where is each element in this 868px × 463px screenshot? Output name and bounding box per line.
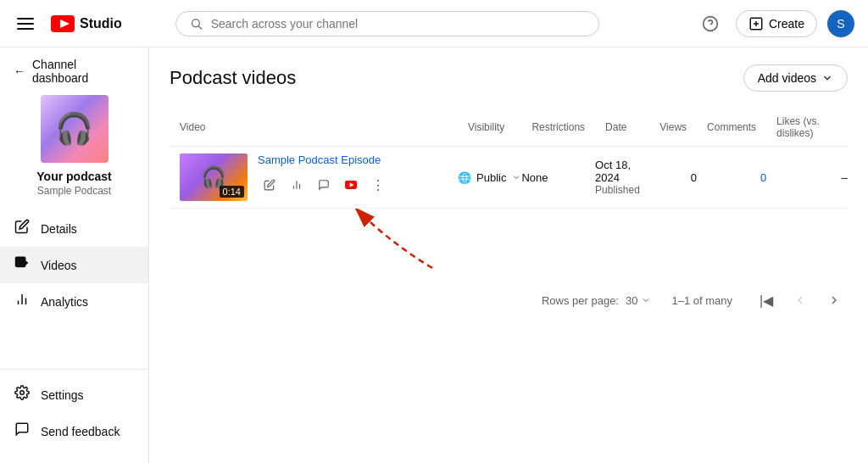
pagination-first-button[interactable]: |◀	[753, 287, 780, 314]
avatar[interactable]: S	[827, 10, 854, 37]
svg-point-2	[192, 19, 199, 26]
pagination-next-button[interactable]	[821, 287, 848, 314]
pagination-prev-button[interactable]	[787, 287, 814, 314]
th-views: Views	[649, 109, 697, 147]
comments-icon	[318, 179, 330, 191]
page-title: Podcast videos	[170, 67, 296, 89]
sidebar-bottom: Settings Send feedback	[0, 369, 148, 456]
sidebar-item-feedback[interactable]: Send feedback	[0, 413, 148, 449]
sidebar-channel-title: Channel dashboard	[32, 58, 135, 85]
search-input[interactable]	[211, 17, 585, 31]
date-text: Oct 18, 2024	[595, 159, 649, 184]
th-comments: Comments	[697, 109, 766, 147]
main-content: Podcast videos Add videos Video Vis	[149, 47, 868, 463]
logo-text: Studio	[80, 16, 122, 31]
pagination-range: 1–1 of many	[671, 294, 732, 307]
comments-button[interactable]	[312, 173, 336, 197]
sidebar-item-analytics-label: Analytics	[41, 295, 88, 309]
search-bar[interactable]	[175, 11, 599, 36]
sidebar-back-button[interactable]: ← Channel dashboard	[0, 47, 148, 95]
edit-button[interactable]	[258, 173, 281, 197]
th-date: Date	[595, 109, 649, 147]
feedback-icon	[14, 421, 31, 441]
visibility-badge: 🌐 Public	[458, 171, 521, 184]
add-videos-chevron-icon	[821, 72, 833, 84]
video-info: Sample Podcast Episode	[258, 153, 448, 197]
sidebar: ← Channel dashboard 🎧 Your podcast Sampl…	[0, 47, 149, 463]
header-left: Studio	[14, 14, 122, 33]
sidebar-item-settings[interactable]: Settings	[0, 377, 148, 413]
th-video: Video	[170, 109, 458, 147]
status-text: Published	[595, 184, 649, 196]
likes-cell: –	[766, 147, 848, 209]
date-cell: Oct 18, 2024 Published	[595, 147, 649, 209]
details-icon	[14, 219, 31, 238]
video-duration: 0:14	[220, 186, 244, 198]
video-actions: ⋮	[258, 173, 448, 197]
create-plus-icon	[748, 16, 764, 31]
globe-icon: 🌐	[458, 171, 471, 184]
video-title-link[interactable]: Sample Podcast Episode	[258, 153, 448, 166]
views-cell: 0	[649, 147, 697, 209]
prev-page-icon	[793, 293, 807, 307]
rows-per-page-label: Rows per page:	[542, 294, 619, 307]
video-cell-td: 🎧 0:14 Sample Podcast Episode	[170, 147, 458, 209]
restriction-cell: None	[521, 147, 595, 209]
app-header: Studio Create S	[0, 0, 868, 47]
analytics-icon	[14, 292, 31, 311]
pagination: Rows per page: 30 1–1 of many |◀	[170, 276, 848, 324]
views-text: 0	[691, 171, 697, 184]
add-videos-button[interactable]: Add videos	[743, 64, 848, 92]
analytics-button[interactable]	[285, 173, 309, 197]
header-right: Create S	[695, 8, 854, 39]
settings-icon	[14, 385, 31, 404]
dashed-arrow	[322, 209, 458, 276]
main-wrapper: Podcast videos Add videos Video Vis	[149, 47, 868, 463]
youtube-icon	[51, 15, 75, 32]
rows-select[interactable]: 30	[626, 294, 651, 307]
rows-value: 30	[626, 294, 637, 307]
more-options-button[interactable]: ⋮	[366, 173, 390, 197]
sidebar-item-feedback-label: Send feedback	[41, 425, 120, 438]
logo[interactable]: Studio	[51, 15, 122, 32]
table-header: Video Visibility Restrictions Date Views	[170, 109, 848, 147]
sidebar-nav: Details Videos	[0, 210, 148, 369]
th-restrictions: Restrictions	[521, 109, 595, 147]
youtube-button[interactable]	[339, 173, 363, 197]
podcast-name: Your podcast	[0, 170, 148, 185]
app-body: ← Channel dashboard 🎧 Your podcast Sampl…	[0, 47, 868, 463]
sidebar-item-analytics[interactable]: Analytics	[0, 283, 148, 320]
avatar-letter: S	[837, 17, 844, 31]
create-button[interactable]: Create	[736, 10, 817, 37]
videos-table: Video Visibility Restrictions Date Views	[170, 109, 848, 209]
th-visibility: Visibility	[458, 109, 521, 147]
sidebar-item-videos[interactable]: Videos	[0, 247, 148, 283]
sidebar-item-details-label: Details	[41, 222, 77, 236]
help-button[interactable]	[695, 8, 726, 39]
svg-point-14	[20, 391, 25, 395]
search-icon	[190, 17, 203, 31]
analytics-table-icon	[291, 179, 303, 191]
annotation-area	[170, 209, 848, 276]
visibility-cell: 🌐 Public	[458, 147, 521, 209]
comments-text: 0	[760, 171, 766, 184]
back-arrow-icon: ←	[14, 64, 25, 78]
create-label: Create	[769, 17, 804, 31]
comments-cell: 0	[697, 147, 766, 209]
restrictions-text: None	[521, 171, 548, 184]
first-page-icon: |◀	[760, 293, 773, 309]
sidebar-item-videos-label: Videos	[41, 259, 77, 272]
svg-rect-10	[16, 257, 25, 266]
video-thumbnail: 🎧 0:14	[180, 153, 248, 201]
next-page-icon	[827, 293, 841, 307]
podcast-thumbnail: 🎧	[41, 95, 108, 163]
more-options-icon: ⋮	[371, 177, 385, 193]
sidebar-item-settings-label: Settings	[41, 388, 84, 402]
video-cell: 🎧 0:14 Sample Podcast Episode	[170, 147, 458, 208]
menu-button[interactable]	[14, 14, 37, 33]
sidebar-item-details[interactable]: Details	[0, 210, 148, 247]
page-header: Podcast videos Add videos	[170, 64, 848, 92]
svg-line-3	[198, 25, 201, 28]
visibility-chevron-icon[interactable]	[511, 172, 521, 182]
add-videos-label: Add videos	[758, 71, 816, 85]
